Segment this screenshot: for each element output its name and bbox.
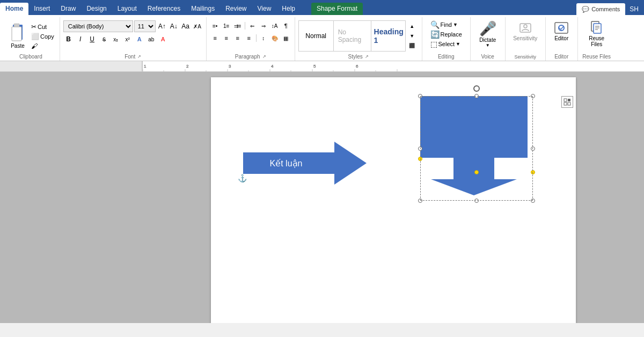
justify-button[interactable]: ≡ — [244, 33, 254, 43]
yellow-handle-left[interactable] — [418, 157, 422, 161]
find-label: Find — [441, 21, 452, 28]
decrease-font-button[interactable]: A↓ — [169, 21, 179, 32]
handle-tc[interactable] — [474, 94, 479, 98]
ruler-left — [0, 61, 142, 71]
rotate-handle[interactable] — [473, 85, 480, 92]
superscript-button[interactable]: x² — [122, 34, 133, 45]
clear-format-button[interactable]: ✗A — [192, 21, 203, 32]
line-spacing-button[interactable]: ↕ — [258, 33, 269, 43]
styles-expand[interactable]: ⬛ — [407, 41, 418, 50]
bold-button[interactable]: B — [63, 34, 74, 45]
sensitivity-icon — [518, 20, 533, 35]
copy-button[interactable]: ⬜ Copy — [30, 32, 55, 41]
clipboard-group: Paste ✂ Cut ⬜ Copy 🖌 Clipboard — [2, 17, 60, 61]
copy-label: Copy — [40, 33, 54, 40]
tab-draw[interactable]: Draw — [55, 3, 81, 15]
tab-home[interactable]: Home — [0, 3, 28, 15]
align-right-button[interactable]: ≡ — [232, 33, 243, 43]
reuse-files-button[interactable]: Reuse Files — [589, 20, 604, 47]
underline-button[interactable]: U — [87, 34, 98, 45]
para-row-2: ≡ ≡ ≡ ≡ ↕ 🎨 ▦ — [210, 33, 291, 43]
sensitivity-button[interactable]: Sensitivity — [513, 20, 537, 41]
ribbon-tabs-row: Home Insert Draw Design Layout Reference… — [0, 0, 644, 15]
tab-references[interactable]: References — [142, 3, 186, 15]
shading-button[interactable]: 🎨 — [269, 33, 280, 43]
styles-scroll-down[interactable]: ▼ — [407, 31, 418, 41]
find-button[interactable]: 🔍 Find ▼ — [430, 20, 462, 29]
font-label: Font ↗ — [125, 53, 141, 60]
style-heading1[interactable]: Heading 1 — [371, 21, 406, 51]
svg-rect-33 — [420, 96, 528, 158]
tab-view[interactable]: View — [252, 3, 277, 15]
cut-button[interactable]: ✂ Cut — [30, 23, 55, 31]
text-highlight-button[interactable]: ab — [146, 34, 157, 45]
handle-bl[interactable] — [418, 199, 422, 203]
font-color-button[interactable]: A — [158, 34, 169, 45]
align-left-button[interactable]: ≡ — [210, 33, 221, 43]
svg-text:Kết luận: Kết luận — [269, 159, 302, 168]
styles-label: Styles ↗ — [348, 53, 369, 60]
paragraph-expand-icon[interactable]: ↗ — [262, 54, 266, 59]
tab-shape-format[interactable]: Shape Format — [311, 3, 363, 15]
style-nospacing[interactable]: No Spacing — [334, 21, 371, 51]
bullets-button[interactable]: ≡• — [210, 20, 221, 31]
tab-insert[interactable]: Insert — [28, 3, 55, 15]
handle-mr[interactable] — [531, 146, 535, 151]
editor-button[interactable]: Editor — [554, 20, 569, 41]
numbering-button[interactable]: 1≡ — [221, 20, 232, 31]
font-name-select[interactable]: Calibri (Body) — [63, 20, 133, 32]
handle-tl[interactable] — [418, 94, 422, 98]
style-normal[interactable]: Normal — [299, 21, 334, 51]
layout-options-button[interactable] — [561, 96, 573, 108]
format-painter-button[interactable]: 🖌 — [30, 42, 55, 50]
font-group: Calibri (Body) 11 A↑ A↓ Aa ✗A B I U S̶ x… — [60, 17, 207, 61]
clipboard-small-btns: ✂ Cut ⬜ Copy 🖌 — [30, 23, 55, 50]
yellow-handle-right[interactable] — [531, 170, 535, 174]
sensitivity-group-label: Sensitivity — [514, 53, 536, 60]
t-shape-wrapper[interactable] — [420, 96, 533, 201]
increase-font-button[interactable]: A↑ — [157, 21, 167, 32]
editor-group-label: Editor — [554, 53, 568, 60]
font-expand-icon[interactable]: ↗ — [137, 54, 141, 59]
styles-scroll-up[interactable]: ▲ — [407, 21, 418, 31]
text-effects-button[interactable]: A — [134, 34, 145, 45]
ribbon: Paste ✂ Cut ⬜ Copy 🖌 Clipboard — [0, 15, 644, 61]
strikethrough-button[interactable]: S̶ — [99, 34, 109, 45]
paragraph-content: ≡• 1≡ ⇉≡ ⇐ ⇒ ↕A ¶ ≡ ≡ ≡ ≡ ↕ 🎨 ▦ — [210, 18, 291, 43]
subscript-button[interactable]: x₂ — [111, 34, 121, 45]
share-button[interactable]: SH — [626, 5, 642, 13]
decrease-indent-button[interactable]: ⇐ — [247, 20, 258, 31]
page[interactable]: ⚓ Kết luận — [211, 77, 576, 323]
font-size-select[interactable]: 11 — [134, 20, 156, 32]
borders-button[interactable]: ▦ — [281, 33, 291, 43]
dictate-button[interactable]: 🎤 Dictate ▼ — [479, 20, 496, 48]
dictate-dropdown: ▼ — [486, 43, 490, 48]
handle-br[interactable] — [531, 199, 535, 203]
multilevel-list-button[interactable]: ⇉≡ — [232, 20, 243, 31]
cut-icon: ✂ — [31, 23, 36, 31]
handle-bc[interactable] — [474, 199, 479, 203]
handle-tr[interactable] — [531, 94, 535, 98]
increase-indent-button[interactable]: ⇒ — [258, 20, 269, 31]
separator — [245, 22, 245, 30]
handle-ml[interactable] — [418, 146, 422, 151]
tab-review[interactable]: Review — [220, 3, 252, 15]
select-button[interactable]: ⬚ Select ▼ — [430, 40, 462, 48]
paste-button[interactable]: Paste — [6, 21, 29, 50]
align-center-button[interactable]: ≡ — [221, 33, 232, 43]
tab-help[interactable]: Help — [276, 3, 301, 15]
replace-button[interactable]: 🔄 Replace — [430, 30, 462, 39]
comments-button[interactable]: 💬 Comments — [576, 3, 625, 15]
yellow-handle-bottom-center[interactable] — [474, 170, 479, 174]
arrow-shape[interactable]: Kết luận — [243, 142, 367, 185]
italic-button[interactable]: I — [75, 34, 86, 45]
tab-layout[interactable]: Layout — [112, 3, 142, 15]
styles-expand-icon[interactable]: ↗ — [365, 54, 369, 59]
dictate-label: Dictate — [479, 37, 496, 43]
show-hide-button[interactable]: ¶ — [281, 20, 291, 31]
sort-button[interactable]: ↕A — [269, 20, 280, 31]
comment-icon: 💬 — [582, 6, 589, 13]
tab-design[interactable]: Design — [81, 3, 112, 15]
change-case-button[interactable]: Aa — [180, 21, 191, 32]
tab-mailings[interactable]: Mailings — [186, 3, 220, 15]
